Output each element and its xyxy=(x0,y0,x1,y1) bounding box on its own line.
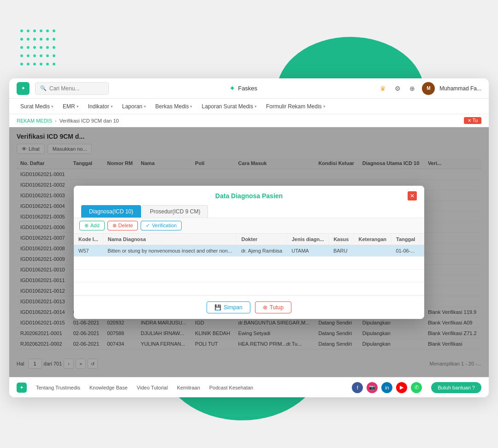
modal-table-container: Kode I... Nama Diagnosa Dokter Jenis dia… xyxy=(74,234,424,295)
breadcrumb-separator: › xyxy=(55,118,57,124)
footer-link-podcast[interactable]: Podcast Kesehatan xyxy=(209,385,253,390)
modal-table-row-empty xyxy=(74,282,424,295)
delete-icon: ⊗ xyxy=(113,223,117,229)
settings-icon[interactable]: ⚙ xyxy=(392,83,403,94)
whatsapp-icon[interactable]: ✆ xyxy=(411,382,422,393)
chevron-down-icon: ▾ xyxy=(190,104,192,109)
chevron-down-icon: ▾ xyxy=(255,104,257,109)
modal-col-jenis: Jenis diagn... xyxy=(287,234,329,245)
instagram-icon[interactable]: 📷 xyxy=(367,382,378,393)
modal-col-tanggal: Tanggal xyxy=(391,234,420,245)
save-icon: 💾 xyxy=(214,304,221,311)
footer-link-tentang[interactable]: Tentang Trustmedis xyxy=(36,385,80,390)
youtube-icon[interactable]: ▶ xyxy=(396,382,407,393)
breadcrumb-verifikasi: Verifikasi ICD 9CM dan 10 xyxy=(59,118,119,124)
add-diagnosa-button[interactable]: ⊕ Add xyxy=(79,221,105,230)
close-tab-button[interactable]: ✕ Tu xyxy=(464,117,481,124)
footer-link-video[interactable]: Video Tutorial xyxy=(137,385,168,390)
app-logo: ✦ xyxy=(17,82,30,95)
footer-social: f 📷 in ▶ ✆ xyxy=(352,382,422,393)
menu-berkas-medis[interactable]: Berkas Medis ▾ xyxy=(152,101,196,112)
tab-prosedur-icd9[interactable]: Prosedur(ICD 9 CM) xyxy=(142,205,208,218)
modal-col-nama: Nama Diagnosa xyxy=(103,234,237,245)
topbar: ✦ 🔍 ✦ Faskes ♛ ⚙ ⊕ M Muhammad Fa... xyxy=(9,78,489,99)
tab-diagnosa-icd10[interactable]: Diagnosa(ICD 10) xyxy=(81,205,141,218)
linkedin-icon[interactable]: in xyxy=(381,382,392,393)
menu-indikator[interactable]: Indikator ▾ xyxy=(84,101,117,112)
plus-icon: ⊕ xyxy=(84,223,89,229)
modal-close-button[interactable]: ✕ xyxy=(408,191,417,200)
check-icon: ✓ xyxy=(146,223,150,229)
footer-bar: ✦ Tentang Trustmedis Knowledge Base Vide… xyxy=(9,377,489,397)
footer-link-knowledge[interactable]: Knowledge Base xyxy=(89,385,128,390)
menu-emr[interactable]: EMR ▾ xyxy=(59,101,83,112)
modal-footer: 💾 Simpan ⊗ Tutup xyxy=(74,295,424,319)
modal-tabs: Diagnosa(ICD 10) Prosedur(ICD 9 CM) xyxy=(81,205,417,218)
footer-link-kemitraan[interactable]: Kemitraan xyxy=(177,385,200,390)
help-icon[interactable]: ⊕ xyxy=(407,83,417,94)
topbar-right: ♛ ⚙ ⊕ M Muhammad Fa... xyxy=(378,82,481,95)
footer-logo: ✦ xyxy=(17,383,27,393)
modal-table-row-empty xyxy=(74,269,424,282)
modal-col-keterangan: Keterangan xyxy=(354,234,391,245)
modal-col-kode: Kode I... xyxy=(74,234,103,245)
avatar[interactable]: M xyxy=(422,82,435,95)
breadcrumb: REKAM MEDIS › Verifikasi ICD 9CM dan 10 … xyxy=(9,114,489,127)
content-area: Verifikasi ICD 9CM d... 👁 Lihat Masukkan… xyxy=(9,127,489,377)
menu-surat-medis[interactable]: Surat Medis ▾ xyxy=(17,101,57,112)
modal-dialog: Data Diagnosa Pasien ✕ Diagnosa(ICD 10) … xyxy=(74,186,424,319)
menu-laporan-surat-medis[interactable]: Laporan Surat Medis ▾ xyxy=(198,101,260,112)
topbar-center: ✦ Faskes xyxy=(114,84,372,93)
facebook-icon[interactable]: f xyxy=(352,382,363,393)
search-icon: 🔍 xyxy=(40,85,47,91)
modal-col-kasus: Kasus xyxy=(329,234,354,245)
verify-diagnosa-button[interactable]: ✓ Verification xyxy=(141,221,182,230)
modal-header: Data Diagnosa Pasien ✕ Diagnosa(ICD 10) … xyxy=(74,186,424,218)
modal-toolbar: ⊕ Add ⊗ Delete ✓ Verification xyxy=(74,218,424,234)
modal-table-row[interactable]: W57Bitten or stung by nonvenomous insect… xyxy=(74,245,424,256)
chevron-down-icon: ▾ xyxy=(144,104,146,109)
browser-window: ✦ 🔍 ✦ Faskes ♛ ⚙ ⊕ M Muhammad Fa... Sura… xyxy=(9,78,489,397)
modal-table-row-empty xyxy=(74,256,424,269)
modal-overlay: Data Diagnosa Pasien ✕ Diagnosa(ICD 10) … xyxy=(9,127,489,377)
modal-title-bar: Data Diagnosa Pasien ✕ xyxy=(81,191,417,200)
save-button[interactable]: 💾 Simpan xyxy=(207,301,250,313)
dot-grid-topleft xyxy=(18,28,57,69)
crown-icon[interactable]: ♛ xyxy=(378,83,388,94)
search-input[interactable] xyxy=(49,85,104,92)
modal-col-dokter: Dokter xyxy=(237,234,287,245)
menu-formulir-rekam-medis[interactable]: Formulir Rekam Medis ▾ xyxy=(262,101,329,112)
menubar: Surat Medis ▾ EMR ▾ Indikator ▾ Laporan … xyxy=(9,99,489,114)
diagnosa-table: Kode I... Nama Diagnosa Dokter Jenis dia… xyxy=(74,234,424,295)
chevron-down-icon: ▾ xyxy=(323,104,326,109)
close-circle-icon: ⊗ xyxy=(263,304,267,311)
breadcrumb-rekam-medis[interactable]: REKAM MEDIS xyxy=(17,118,52,124)
delete-diagnosa-button[interactable]: ⊗ Delete xyxy=(107,221,138,230)
chevron-down-icon: ▾ xyxy=(77,104,79,109)
help-button[interactable]: Butuh bantuan ? xyxy=(431,382,481,393)
tutup-button[interactable]: ⊗ Tutup xyxy=(255,301,291,313)
modal-title: Data Diagnosa Pasien xyxy=(90,192,408,200)
chevron-down-icon: ▾ xyxy=(111,104,113,109)
modal-col-waktu: Waktu xyxy=(420,234,424,245)
user-name: Muhammad Fa... xyxy=(439,85,481,92)
chevron-down-icon: ▾ xyxy=(51,104,53,109)
center-logo-icon: ✦ xyxy=(229,84,235,93)
search-bar[interactable]: 🔍 xyxy=(35,82,109,95)
menu-laporan[interactable]: Laporan ▾ xyxy=(119,101,150,112)
close-icon: ✕ xyxy=(468,118,471,123)
faskes-label: Faskes xyxy=(238,85,257,92)
